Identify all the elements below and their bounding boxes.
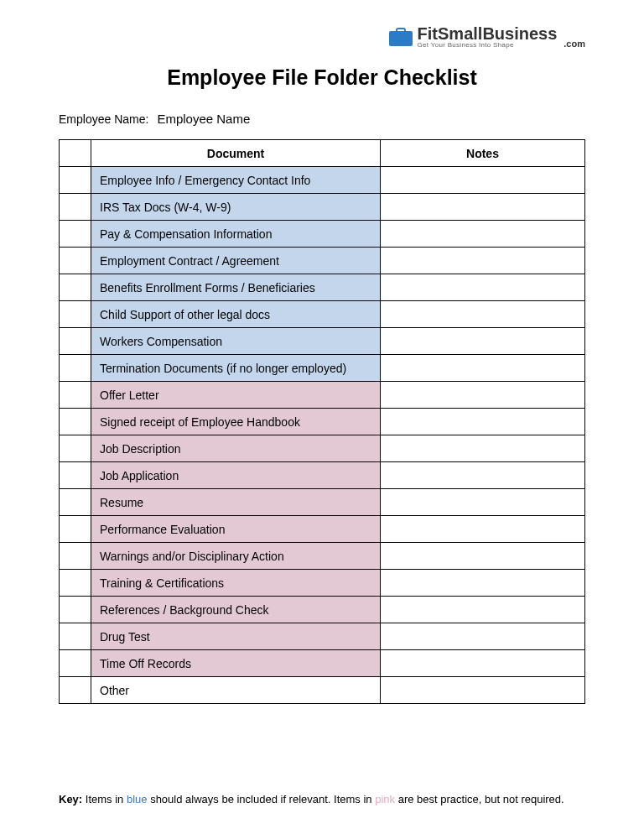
- table-row: Other: [60, 677, 585, 704]
- document-cell: Job Application: [91, 462, 381, 489]
- check-cell[interactable]: [60, 650, 91, 677]
- table-row: Employment Contract / Agreement: [60, 248, 585, 274]
- notes-cell[interactable]: [381, 543, 585, 570]
- check-cell[interactable]: [60, 462, 91, 489]
- header-check: [60, 140, 91, 167]
- table-header-row: Document Notes: [60, 140, 585, 167]
- employee-name-value: Employee Name: [157, 112, 250, 126]
- document-cell: Performance Evaluation: [91, 516, 381, 543]
- table-row: Employee Info / Emergency Contact Info: [60, 167, 585, 194]
- document-cell: References / Background Check: [91, 597, 381, 623]
- notes-cell[interactable]: [381, 597, 585, 623]
- notes-cell[interactable]: [381, 516, 585, 543]
- logo: FitSmallBusiness Get Your Business Into …: [389, 25, 585, 49]
- document-cell: Other: [91, 677, 381, 704]
- table-row: Signed receipt of Employee Handbook: [60, 409, 585, 435]
- document-cell: IRS Tax Docs (W-4, W-9): [91, 194, 381, 221]
- check-cell[interactable]: [60, 221, 91, 248]
- logo-dotcom: .com: [564, 39, 585, 49]
- table-row: Job Application: [60, 462, 585, 489]
- check-cell[interactable]: [60, 597, 91, 623]
- notes-cell[interactable]: [381, 570, 585, 597]
- check-cell[interactable]: [60, 489, 91, 516]
- key-text-1: Items in: [82, 793, 127, 805]
- document-cell: Job Description: [91, 435, 381, 462]
- table-row: Offer Letter: [60, 382, 585, 409]
- table-row: Training & Certifications: [60, 570, 585, 597]
- key-pink: pink: [375, 793, 395, 805]
- check-cell[interactable]: [60, 167, 91, 194]
- check-cell[interactable]: [60, 382, 91, 409]
- check-cell[interactable]: [60, 248, 91, 274]
- check-cell[interactable]: [60, 623, 91, 650]
- header-document: Document: [91, 140, 381, 167]
- notes-cell[interactable]: [381, 382, 585, 409]
- document-cell: Drug Test: [91, 623, 381, 650]
- notes-cell[interactable]: [381, 677, 585, 704]
- document-cell: Employee Info / Emergency Contact Info: [91, 167, 381, 194]
- document-cell: Workers Compensation: [91, 328, 381, 355]
- key-text-2: should always be included if relevant. I…: [148, 793, 376, 805]
- notes-cell[interactable]: [381, 221, 585, 248]
- check-cell[interactable]: [60, 543, 91, 570]
- notes-cell[interactable]: [381, 248, 585, 274]
- table-row: Pay & Compensation Information: [60, 221, 585, 248]
- notes-cell[interactable]: [381, 650, 585, 677]
- document-cell: Employment Contract / Agreement: [91, 248, 381, 274]
- document-cell: Child Support of other legal docs: [91, 301, 381, 328]
- briefcase-icon: [389, 28, 413, 46]
- table-row: Drug Test: [60, 623, 585, 650]
- table-row: IRS Tax Docs (W-4, W-9): [60, 194, 585, 221]
- notes-cell[interactable]: [381, 489, 585, 516]
- logo-tagline: Get Your Business Into Shape: [418, 42, 558, 49]
- table-row: Termination Documents (if no longer empl…: [60, 355, 585, 382]
- document-cell: Termination Documents (if no longer empl…: [91, 355, 381, 382]
- check-cell[interactable]: [60, 274, 91, 301]
- header-notes: Notes: [381, 140, 585, 167]
- table-row: Performance Evaluation: [60, 516, 585, 543]
- table-row: References / Background Check: [60, 597, 585, 623]
- key-blue: blue: [127, 793, 148, 805]
- check-cell[interactable]: [60, 677, 91, 704]
- document-cell: Offer Letter: [91, 382, 381, 409]
- document-cell: Resume: [91, 489, 381, 516]
- check-cell[interactable]: [60, 409, 91, 435]
- employee-name-label: Employee Name:: [59, 112, 148, 126]
- employee-name-row: Employee Name: Employee Name: [59, 112, 585, 126]
- logo-text: FitSmallBusiness Get Your Business Into …: [418, 25, 558, 49]
- logo-small: Small: [438, 24, 482, 43]
- check-cell[interactable]: [60, 194, 91, 221]
- table-row: Child Support of other legal docs: [60, 301, 585, 328]
- table-row: Resume: [60, 489, 585, 516]
- notes-cell[interactable]: [381, 623, 585, 650]
- check-cell[interactable]: [60, 516, 91, 543]
- notes-cell[interactable]: [381, 167, 585, 194]
- check-cell[interactable]: [60, 570, 91, 597]
- notes-cell[interactable]: [381, 301, 585, 328]
- check-cell[interactable]: [60, 328, 91, 355]
- page-title: Employee File Folder Checklist: [59, 65, 585, 90]
- table-row: Warnings and/or Disciplinary Action: [60, 543, 585, 570]
- notes-cell[interactable]: [381, 328, 585, 355]
- check-cell[interactable]: [60, 301, 91, 328]
- logo-header: FitSmallBusiness Get Your Business Into …: [59, 25, 585, 49]
- table-row: Workers Compensation: [60, 328, 585, 355]
- logo-fit: Fit: [418, 24, 438, 43]
- table-row: Benefits Enrollment Forms / Beneficiarie…: [60, 274, 585, 301]
- table-row: Time Off Records: [60, 650, 585, 677]
- notes-cell[interactable]: [381, 435, 585, 462]
- key-legend: Key: Items in blue should always be incl…: [59, 793, 585, 805]
- document-cell: Warnings and/or Disciplinary Action: [91, 543, 381, 570]
- notes-cell[interactable]: [381, 409, 585, 435]
- notes-cell[interactable]: [381, 194, 585, 221]
- notes-cell[interactable]: [381, 462, 585, 489]
- checklist-table: Document Notes Employee Info / Emergency…: [59, 139, 585, 704]
- table-row: Job Description: [60, 435, 585, 462]
- document-cell: Time Off Records: [91, 650, 381, 677]
- check-cell[interactable]: [60, 435, 91, 462]
- document-cell: Benefits Enrollment Forms / Beneficiarie…: [91, 274, 381, 301]
- notes-cell[interactable]: [381, 355, 585, 382]
- check-cell[interactable]: [60, 355, 91, 382]
- logo-business: Business: [482, 24, 557, 43]
- notes-cell[interactable]: [381, 274, 585, 301]
